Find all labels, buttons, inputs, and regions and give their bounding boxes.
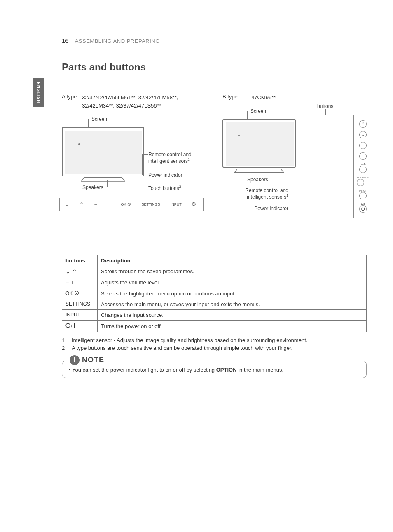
input-button-icon [359, 192, 367, 199]
table-cell-button: ⌄ ⌃ [62, 266, 98, 277]
plus-icon: + [359, 142, 367, 149]
sensor-dot [78, 143, 80, 145]
footnotes: 1Intelligent sensor - Adjusts the image … [62, 336, 367, 352]
minus-plus-icon: − + [66, 279, 74, 286]
up-icon: ⌃ [80, 202, 84, 207]
buttons-table: buttons Description ⌄ ⌃Scrolls through t… [62, 255, 367, 332]
callout-touch-text: Touch buttons [148, 185, 179, 191]
table-cell-desc: Accesses the main menu, or saves your in… [98, 299, 367, 309]
note-box: ! NOTE You can set the power indicator l… [62, 361, 367, 378]
note-text-pre: You can set the power indicator light to… [72, 367, 216, 373]
table-cell-desc: Scrolls through the saved programmes. [98, 266, 367, 277]
page: 16 ASSEMBLING AND PREPARING Parts and bu… [62, 37, 367, 378]
table-row: − +Adjusts the volume level. [62, 277, 367, 288]
callout-line [325, 109, 326, 115]
callout-touch-a: Touch buttons2 [148, 185, 181, 191]
tv-stand-a [81, 177, 125, 182]
button-column-b: ⌃ ⌄ + − OK⦿ SETTINGS INPUT [353, 115, 372, 218]
diagram-type-b: Screen buttons Speakers Remote control a… [222, 107, 367, 222]
crop-mark [356, 520, 368, 532]
ok-button-icon [359, 166, 367, 173]
button-panel-a: ⌄ ⌃ − + OK ⦿ SETTINGS INPUT / [59, 198, 204, 211]
diagram-type-a: Screen Speakers Remote control and intel… [62, 115, 206, 222]
table-cell-desc: Changes the input source. [98, 309, 367, 320]
table-row: SETTINGSAccesses the main menu, or saves… [62, 299, 367, 309]
minus-icon: − [359, 152, 367, 160]
type-a-models: 32/37/42/47/55LM61**, 32/42/47LM58**, 32… [82, 94, 206, 110]
callout-power-b: Power indicator [240, 206, 288, 211]
table-cell-desc: Adjusts the volume level. [98, 277, 367, 288]
footnote-text: A type buttons are touch sensitive and c… [72, 344, 292, 352]
footnote-num: 1 [62, 336, 67, 345]
type-b-column: B type : 47CM96** Screen buttons Speaker… [222, 94, 367, 222]
tv-screen-b [222, 119, 296, 168]
down-up-icon: ⌄ ⌃ [66, 268, 77, 275]
crop-mark [25, 0, 37, 12]
type-b-models: 47CM96** [251, 94, 276, 102]
crop-mark [356, 0, 368, 12]
note-body: You can set the power indicator light to… [69, 367, 360, 373]
svg-text:/: / [195, 202, 196, 206]
table-cell-desc: Turns the power on or off. [98, 320, 367, 332]
power-icon: / [66, 324, 77, 330]
callout-remote-a: Remote control and intelligent sensors1 [148, 152, 206, 164]
table-cell-button: − + [62, 277, 98, 288]
callout-line [142, 154, 148, 155]
input-label: INPUT [359, 190, 367, 192]
callout-line [247, 111, 250, 111]
table-cell-button: / [62, 320, 98, 332]
settings-label: SETTINGS [357, 176, 369, 179]
table-row: /Turns the power on or off. [62, 320, 367, 332]
callout-speakers-a: Speakers [82, 185, 103, 190]
input-label: INPUT [171, 202, 182, 206]
table-row: INPUTChanges the input source. [62, 309, 367, 320]
section-title: ASSEMBLING AND PREPARING [75, 38, 160, 44]
plus-icon: + [108, 202, 110, 207]
page-header: 16 ASSEMBLING AND PREPARING [62, 37, 367, 47]
table-cell-button: SETTINGS [62, 299, 98, 309]
table-cell-desc: Selects the highlighted menu option or c… [98, 288, 367, 299]
callout-line [289, 192, 297, 192]
tv-stand-b [234, 169, 284, 173]
table-cell-button: INPUT [62, 309, 98, 320]
minus-icon: − [94, 202, 97, 207]
down-icon: ⌄ [359, 131, 367, 138]
callout-power-a: Power indicator [148, 172, 182, 178]
callout-buttons-b: buttons [317, 103, 333, 109]
tv-screen-a [62, 127, 144, 176]
callout-remote-b: Remote control and intelligent sensors1 [231, 187, 288, 200]
power-button-icon: ⏻ [359, 205, 367, 213]
note-text-bold: OPTION [216, 367, 237, 373]
callout-remote-b-text: Remote control and intelligent sensors [245, 187, 288, 200]
callout-line [88, 119, 91, 119]
table-header-buttons: buttons [62, 255, 98, 266]
ok-label: OK ⦿ [121, 202, 131, 206]
callout-screen-b: Screen [250, 108, 266, 114]
power-icon: / [192, 202, 198, 207]
callout-line [144, 175, 148, 175]
up-icon: ⌃ [359, 120, 367, 128]
callout-screen-a: Screen [91, 116, 107, 122]
callout-line [107, 180, 108, 187]
power-label: ⏻/┃ [359, 203, 367, 205]
type-a-column: A type : 32/37/42/47/55LM61**, 32/42/47L… [62, 94, 206, 222]
callout-line [142, 154, 143, 175]
types-row: A type : 32/37/42/47/55LM61**, 32/42/47L… [62, 94, 367, 222]
settings-button-icon [357, 179, 364, 186]
table-row: ⌄ ⌃Scrolls through the saved programmes. [62, 266, 367, 277]
page-title: Parts and buttons [62, 61, 367, 73]
callout-remote-b-sup: 1 [286, 193, 288, 197]
callout-line [140, 189, 147, 189]
footnote-num: 2 [62, 344, 67, 352]
info-icon: ! [70, 355, 80, 365]
footnote-row: 1Intelligent sensor - Adjusts the image … [62, 336, 367, 345]
footnote-row: 2A type buttons are touch sensitive and … [62, 344, 367, 352]
callout-line [260, 172, 260, 178]
down-icon: ⌄ [65, 202, 69, 207]
crop-mark [25, 520, 37, 532]
table-row: OK ⦿Selects the highlighted menu option … [62, 288, 367, 299]
callout-speakers-b: Speakers [247, 177, 268, 183]
sensor-dot [238, 135, 240, 136]
page-number: 16 [62, 37, 69, 44]
note-title: NOTE [82, 356, 104, 364]
